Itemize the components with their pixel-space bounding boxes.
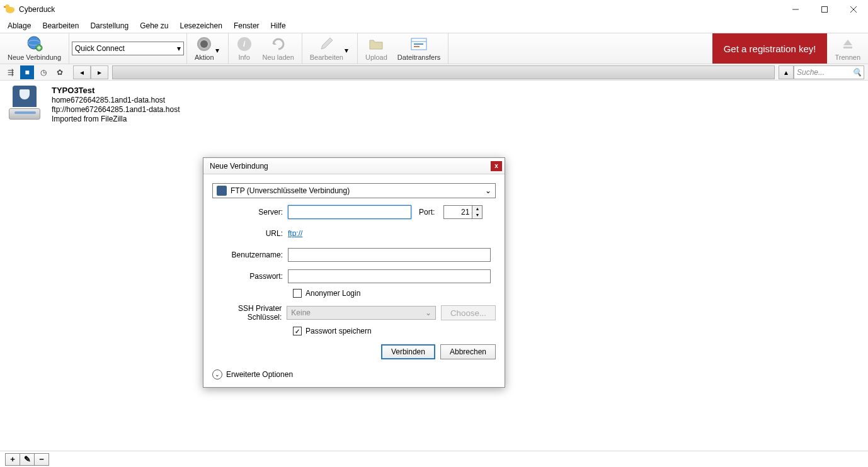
path-up-button[interactable]: ▴	[779, 65, 794, 79]
chevron-down-icon: ⌄	[425, 308, 431, 317]
bookmark-note: Imported from FileZilla	[52, 115, 180, 123]
username-label: Benutzername:	[212, 250, 288, 259]
edit-button[interactable]: Bearbeiten ▾	[305, 33, 355, 64]
expand-options-icon[interactable]: ⌄	[212, 369, 222, 380]
disconnect-button[interactable]: Trennen	[830, 33, 865, 64]
ftp-icon	[217, 186, 227, 196]
registration-banner[interactable]: Get a registration key!	[712, 33, 828, 64]
info-icon: i	[236, 36, 253, 52]
globe-plus-icon	[26, 36, 43, 52]
password-input[interactable]	[288, 269, 491, 283]
registration-label: Get a registration key!	[724, 43, 816, 54]
menu-fenster[interactable]: Fenster	[229, 20, 265, 31]
outline-view-icon[interactable]: ⇶	[4, 65, 18, 79]
path-dropdown[interactable]	[112, 65, 775, 79]
bookmark-item[interactable]: TYPO3Test home672664285.1and1-data.host …	[0, 81, 868, 128]
search-placeholder: Suche...	[797, 68, 825, 77]
folder-up-icon	[368, 36, 384, 52]
close-button[interactable]	[839, 0, 868, 19]
menu-lesezeichen[interactable]: Lesezeichen	[175, 20, 227, 31]
info-label: Info	[238, 53, 249, 61]
chevron-down-icon: ⌄	[485, 186, 491, 195]
menu-bearbeiten[interactable]: Bearbeiten	[37, 20, 84, 31]
transfers-button[interactable]: Dateitransfers	[392, 33, 445, 64]
menu-ablage[interactable]: Ablage	[3, 20, 36, 31]
save-password-checkbox[interactable]	[293, 327, 302, 335]
disconnect-label: Trennen	[835, 53, 860, 61]
nav-back-button[interactable]: ◂	[73, 65, 91, 79]
cancel-button[interactable]: Abbrechen	[440, 344, 496, 359]
dialog-title: Neue Verbindung	[210, 162, 268, 171]
server-disk-icon	[6, 86, 43, 120]
ssh-key-label: SSH Privater Schlüssel:	[212, 304, 287, 322]
aktion-label: Aktion	[195, 53, 214, 61]
remove-bookmark-button[interactable]: −	[34, 453, 49, 466]
chevron-down-icon: ▾	[177, 44, 181, 53]
reload-label: Neu laden	[263, 53, 294, 61]
url-label: URL:	[212, 229, 288, 238]
menu-gehezu[interactable]: Gehe zu	[135, 20, 173, 31]
upload-button[interactable]: Upload	[360, 33, 392, 64]
dialog-titlebar: Neue Verbindung x	[203, 158, 505, 174]
choose-button: Choose...	[441, 305, 496, 320]
chevron-down-icon: ▾	[215, 46, 220, 51]
connect-button[interactable]: Verbinden	[381, 344, 435, 359]
bonjour-view-icon[interactable]: ✿	[53, 65, 67, 79]
add-bookmark-button[interactable]: +	[5, 453, 20, 466]
maximize-button[interactable]	[810, 0, 839, 19]
bookmark-url: ftp://home672664285.1and1-data.host	[52, 105, 180, 114]
edit-label: Bearbeiten	[310, 53, 343, 61]
edit-bookmark-button[interactable]: ✎	[20, 453, 35, 466]
protocol-select[interactable]: FTP (Unverschlüsselte Verbindung) ⌄	[212, 183, 496, 198]
gear-icon	[196, 36, 212, 52]
secondary-toolbar: ⇶ ■ ◷ ✿ ◂ ▸ ▴ Suche... 🔍	[0, 64, 868, 81]
port-spinner[interactable]: ▲▼	[472, 205, 483, 219]
anonymous-label: Anonymer Login	[306, 289, 360, 298]
menubar: Ablage Bearbeiten Darstellung Gehe zu Le…	[0, 19, 868, 33]
ssh-key-select: Keine ⌄	[287, 306, 436, 320]
chevron-down-icon: ▾	[345, 46, 350, 51]
username-input[interactable]	[288, 248, 491, 262]
server-label: Server:	[212, 208, 288, 217]
save-password-label: Passwort speichern	[306, 327, 372, 335]
transfers-icon	[411, 36, 427, 52]
ssh-key-value: Keine	[291, 308, 311, 317]
toolbar: Neue Verbindung Quick Connect ▾ Aktion ▾…	[0, 33, 868, 64]
history-view-icon[interactable]: ◷	[37, 65, 50, 79]
window-title: Cyberduck	[19, 5, 55, 14]
reload-icon	[270, 36, 287, 52]
bottom-toolbar: + ✎ −	[0, 451, 868, 467]
eject-icon	[840, 36, 856, 52]
new-connection-label: Neue Verbindung	[8, 53, 61, 61]
server-input[interactable]	[288, 205, 411, 219]
url-link[interactable]: ftp://	[288, 229, 302, 238]
reload-button[interactable]: Neu laden	[258, 33, 299, 64]
pencil-icon	[318, 36, 334, 52]
quick-connect-select[interactable]: Quick Connect ▾	[72, 42, 184, 55]
minimize-button[interactable]	[781, 0, 810, 19]
bookmark-host: home672664285.1and1-data.host	[52, 96, 180, 104]
titlebar: Cyberduck	[0, 0, 868, 19]
new-connection-button[interactable]: Neue Verbindung	[3, 33, 66, 64]
search-input[interactable]: Suche... 🔍	[794, 65, 864, 79]
info-button[interactable]: i Info	[231, 33, 258, 64]
port-input[interactable]	[443, 205, 472, 219]
anonymous-checkbox[interactable]	[293, 289, 302, 298]
nav-forward-button[interactable]: ▸	[91, 65, 108, 79]
svg-rect-1	[822, 7, 828, 13]
port-label: Port:	[419, 208, 440, 217]
expand-options-label[interactable]: Erweiterte Optionen	[226, 370, 293, 379]
upload-label: Upload	[365, 53, 387, 61]
search-icon: 🔍	[852, 68, 861, 77]
cyberduck-icon	[5, 4, 15, 14]
aktion-button[interactable]: Aktion ▾	[190, 33, 226, 64]
transfers-label: Dateitransfers	[397, 53, 440, 61]
protocol-label: FTP (Unverschlüsselte Verbindung)	[231, 186, 350, 195]
svg-rect-13	[843, 47, 852, 48]
bookmark-view-icon[interactable]: ■	[20, 65, 34, 79]
dialog-close-button[interactable]: x	[491, 161, 502, 171]
quick-connect-label: Quick Connect	[75, 44, 125, 53]
password-label: Passwort:	[212, 272, 288, 281]
menu-darstellung[interactable]: Darstellung	[85, 20, 134, 31]
menu-hilfe[interactable]: Hilfe	[266, 20, 291, 31]
